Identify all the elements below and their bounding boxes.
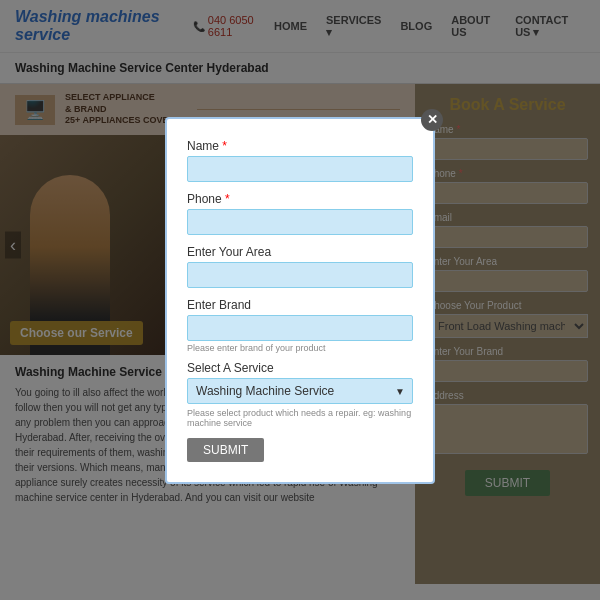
- modal-service-select[interactable]: Washing Machine Service Refrigerator Ser…: [187, 378, 413, 404]
- modal-phone-input[interactable]: [187, 209, 413, 235]
- modal-area-label: Enter Your Area: [187, 245, 413, 259]
- modal-select-wrap: Washing Machine Service Refrigerator Ser…: [187, 378, 413, 404]
- modal-submit-button[interactable]: SUBMIT: [187, 438, 264, 462]
- modal-brand-hint: Please enter brand of your product: [187, 343, 413, 353]
- modal-service-label: Select A Service: [187, 361, 413, 375]
- modal-close-button[interactable]: ✕: [421, 109, 443, 131]
- modal-service-hint: Please select product which needs a repa…: [187, 408, 413, 428]
- modal-area-input[interactable]: [187, 262, 413, 288]
- modal-name-input[interactable]: [187, 156, 413, 182]
- modal-brand-label: Enter Brand: [187, 298, 413, 312]
- modal-brand-input[interactable]: [187, 315, 413, 341]
- modal-phone-label: Phone *: [187, 192, 413, 206]
- modal-name-label: Name *: [187, 139, 413, 153]
- modal-overlay: ✕ Name * Phone * Enter Your Area Enter B…: [0, 0, 600, 600]
- modal: ✕ Name * Phone * Enter Your Area Enter B…: [165, 117, 435, 484]
